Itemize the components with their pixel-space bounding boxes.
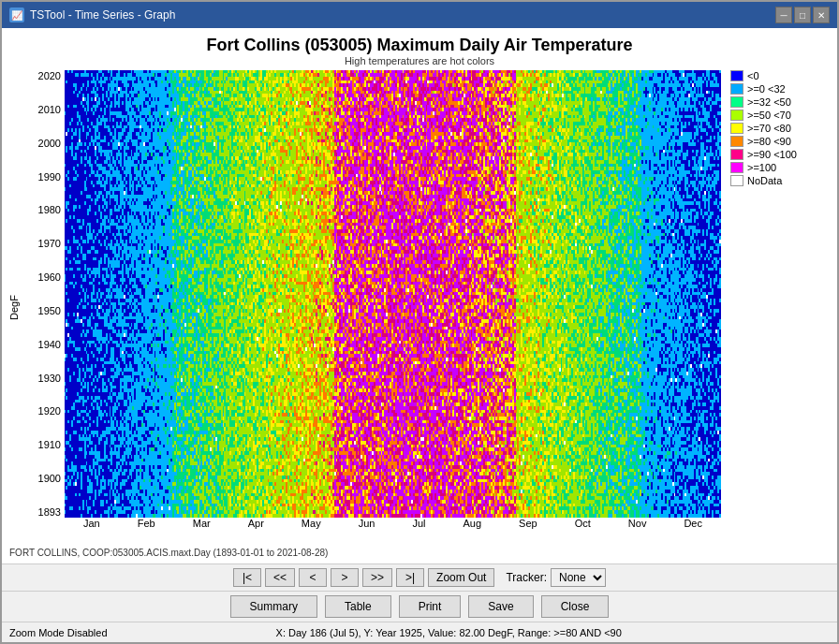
legend-label: <0 [747,70,759,81]
x-tick: Aug [464,518,482,529]
x-tick: Oct [575,518,591,529]
legend-color-box [730,162,743,173]
x-tick: Jun [359,518,375,529]
y-tick: 1910 [38,439,61,450]
chart-title: Fort Collins (053005) Maximum Daily Air … [6,36,833,55]
x-tick: Sep [519,518,537,529]
x-axis: JanFebMarAprMayJunJulAugSepOctNovDec [22,518,833,546]
y-axis: 2020201020001990198019701960195019401930… [22,70,65,518]
legend-color-box [730,70,743,81]
legend: <0>=0 <32>=32 <50>=50 <70>=70 <80>=80 <9… [721,70,833,518]
legend-label: >=80 <90 [747,136,791,147]
chart-area: DegF 20202010200019901980197019601950194… [6,70,833,546]
main-window: 📈 TSTool - Time Series - Graph ─ □ ✕ For… [0,0,839,644]
title-bar-left: 📈 TSTool - Time Series - Graph [9,7,175,22]
next-many-button[interactable]: >> [362,568,392,587]
y-axis-label: DegF [6,70,22,546]
data-label: FORT COLLINS, COOP:053005.ACIS.maxt.Day … [6,546,833,560]
print-button[interactable]: Print [399,595,462,618]
legend-item: >=90 <100 [730,149,833,160]
y-tick: 1940 [38,339,61,350]
title-bar-buttons: ─ □ ✕ [775,7,830,23]
tracker-label: Tracker: [506,571,547,584]
legend-color-box [730,136,743,147]
table-button[interactable]: Table [325,595,391,618]
legend-label: >=90 <100 [747,149,797,160]
last-button[interactable]: >| [396,568,424,587]
window-title: TSTool - Time Series - Graph [30,8,175,22]
legend-item: >=0 <32 [730,83,833,95]
legend-item: >=100 [730,162,833,173]
legend-item: NoData [730,175,833,186]
legend-item: >=70 <80 [730,123,833,134]
x-axis-inner: JanFebMarAprMayJunJulAugSepOctNovDec [65,518,721,529]
x-tick: Dec [684,518,702,529]
action-bar: Summary Table Print Save Close [2,591,837,622]
summary-button[interactable]: Summary [230,595,317,618]
legend-color-box [730,110,743,121]
y-tick: 1950 [38,305,61,316]
legend-item: >=50 <70 [730,110,833,121]
chart-subtitle: High temperatures are hot colors [6,55,833,66]
close-button[interactable]: ✕ [813,7,830,23]
status-bar: Zoom Mode Disabled X: Day 186 (Jul 5), Y… [2,622,837,642]
prev-button[interactable]: < [299,568,327,587]
next-button[interactable]: > [331,568,359,587]
prev-many-button[interactable]: << [265,568,295,587]
legend-color-box [730,96,743,108]
x-tick: Jan [83,518,100,529]
nav-bar: |< << < > >> >| Zoom Out Tracker: None [2,564,837,591]
legend-label: >=70 <80 [747,123,791,134]
y-tick: 1960 [38,271,61,283]
legend-item: >=32 <50 [730,96,833,108]
x-tick: Apr [248,518,264,529]
heatmap-canvas [65,70,721,518]
chart-inner: 2020201020001990198019701960195019401930… [22,70,833,518]
legend-label: >=100 [747,162,776,173]
app-icon: 📈 [9,7,24,22]
x-tick: Mar [193,518,211,529]
legend-item: <0 [730,70,833,81]
legend-label: >=32 <50 [747,96,791,108]
coords-status: X: Day 186 (Jul 5), Y: Year 1925, Value:… [276,627,622,638]
legend-item: >=80 <90 [730,136,833,147]
canvas-container [65,70,721,518]
x-tick: Nov [628,518,647,529]
legend-color-box [730,175,743,186]
y-tick: 2000 [38,138,61,149]
legend-label: >=50 <70 [747,110,791,121]
legend-color-box [730,123,743,134]
close-button-action[interactable]: Close [541,595,610,618]
tracker-select[interactable]: None [551,568,606,587]
title-bar: 📈 TSTool - Time Series - Graph ─ □ ✕ [2,2,837,28]
y-tick: 1990 [38,171,61,183]
y-tick: 1970 [38,238,61,249]
y-tick: 1900 [38,473,61,484]
x-tick: Jul [412,518,425,529]
x-tick: Feb [138,518,155,529]
zoom-mode-status: Zoom Mode Disabled [9,627,108,638]
minimize-button[interactable]: ─ [775,7,792,23]
y-tick: 1920 [38,405,61,417]
legend-label: NoData [747,175,782,186]
y-tick: 1893 [38,506,61,518]
main-content: Fort Collins (053005) Maximum Daily Air … [2,28,837,564]
maximize-button[interactable]: □ [794,7,811,23]
y-tick: 1980 [38,204,61,215]
y-tick: 2020 [38,70,61,81]
legend-color-box [730,149,743,160]
first-button[interactable]: |< [233,568,261,587]
legend-label: >=0 <32 [747,83,786,95]
y-tick: 2010 [38,104,61,115]
chart-with-axes: 2020201020001990198019701960195019401930… [22,70,833,546]
y-tick: 1930 [38,373,61,384]
save-button[interactable]: Save [468,595,533,618]
x-tick: May [302,518,321,529]
zoom-out-button[interactable]: Zoom Out [428,568,494,587]
legend-color-box [730,83,743,95]
